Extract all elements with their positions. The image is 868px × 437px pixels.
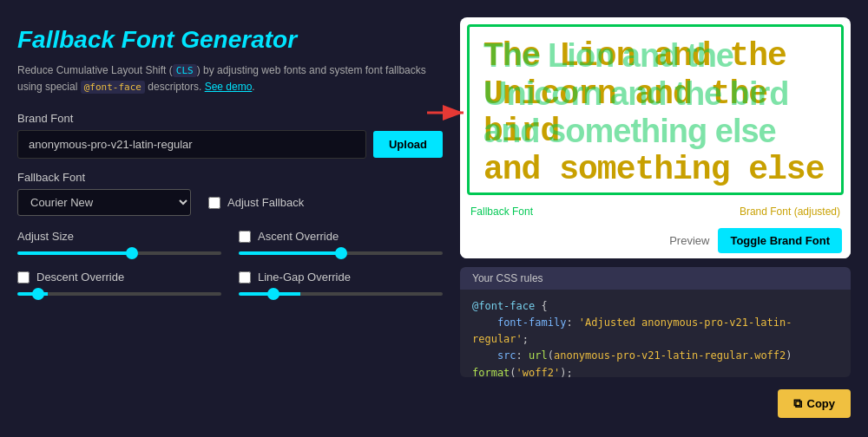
preview-label: Preview: [669, 234, 709, 247]
descent-override-slider[interactable]: [17, 292, 221, 296]
ascent-override-checkbox[interactable]: [239, 231, 251, 243]
adjust-size-section: Adjust Size: [17, 223, 221, 255]
linegap-override-slider[interactable]: [239, 292, 443, 296]
linegap-override-checkbox[interactable]: [239, 271, 251, 284]
preview-text-wrapper: The Lion and the Unicorn and the bird an…: [483, 37, 827, 189]
css-line-1: @font-face {: [472, 298, 838, 315]
css-rules-panel: Your CSS rules @font-face { font-family:…: [460, 267, 851, 377]
preview-main-text: The Lion and the Unicorn and the bird an…: [483, 37, 827, 189]
brand-font-row: Upload: [17, 130, 443, 159]
copy-button[interactable]: ⧉ Copy: [778, 389, 852, 418]
css-line-2: font-family: 'Adjusted anonymous-pro-v21…: [472, 315, 838, 348]
upload-button[interactable]: Upload: [373, 131, 443, 158]
ascent-override-checkbox-label[interactable]: Ascent Override: [239, 230, 443, 243]
ascent-override-slider[interactable]: [239, 251, 443, 255]
descent-override-checkbox[interactable]: [17, 271, 30, 284]
css-rules-header: Your CSS rules: [460, 267, 851, 290]
descent-override-section: Descent Override: [17, 264, 221, 296]
preview-footer: Preview Toggle Brand Font: [460, 223, 851, 258]
linegap-override-section: Line-Gap Override: [239, 264, 443, 296]
copy-icon: ⧉: [793, 396, 802, 411]
toggle-brand-button[interactable]: Toggle Brand Font: [718, 228, 842, 253]
preview-labels: Fallback Font Brand Font (adjusted): [460, 202, 851, 223]
fallback-font-preview-label: Fallback Font: [470, 205, 533, 218]
left-panel: Fallback Font Generator Reduce Cumulativ…: [17, 17, 443, 420]
linegap-override-label: Line-Gap Override: [258, 271, 351, 284]
description-part3: descriptors.: [145, 81, 205, 93]
sliders-grid: Adjust Size Ascent Override Descent Over…: [17, 223, 443, 296]
cls-badge: CLS: [173, 64, 197, 77]
descent-override-checkbox-label[interactable]: Descent Override: [17, 271, 221, 284]
fallback-font-label: Fallback Font: [17, 171, 443, 184]
copy-button-label: Copy: [807, 397, 836, 410]
adjust-fallback-checkbox[interactable]: [208, 197, 220, 209]
linegap-override-checkbox-label[interactable]: Line-Gap Override: [239, 271, 443, 284]
copy-button-row: ⧉ Copy: [460, 386, 851, 420]
preview-line3: and something else: [483, 151, 824, 188]
font-face-badge: @font-face: [81, 81, 145, 94]
app-title: Fallback Font Generator: [17, 26, 443, 54]
adjust-size-label: Adjust Size: [17, 230, 221, 243]
brand-font-label: Brand Font: [17, 112, 443, 125]
adjust-size-slider[interactable]: [17, 251, 221, 255]
adjust-fallback-checkbox-label[interactable]: Adjust Fallback: [208, 196, 304, 209]
description: Reduce Cumulative Layout Shift (CLS) by …: [17, 62, 443, 95]
fallback-select[interactable]: Courier New Arial Georgia Times New Roma…: [17, 189, 191, 216]
adjust-fallback-label: Adjust Fallback: [227, 196, 304, 209]
brand-font-preview-label: Brand Font (adjusted): [740, 205, 840, 218]
brand-font-input[interactable]: [17, 130, 366, 159]
preview-line1: The Lion and the: [483, 37, 786, 75]
css-rules-body: @font-face { font-family: 'Adjusted anon…: [460, 290, 851, 377]
description-end: .: [252, 81, 254, 93]
preview-text-area: The Lion and the Unicorn and the bird an…: [467, 24, 844, 195]
preview-card: The Lion and the Unicorn and the bird an…: [460, 17, 851, 258]
descent-override-label: Descent Override: [36, 271, 124, 284]
css-line-3: src: url(anonymous-pro-v21-latin-regular…: [472, 348, 838, 377]
preview-line2: Unicorn and the bird: [483, 75, 767, 151]
see-demo-link[interactable]: See demo: [205, 81, 253, 93]
right-panel: The Lion and the Unicorn and the bird an…: [460, 17, 851, 420]
fallback-row: Courier New Arial Georgia Times New Roma…: [17, 189, 443, 216]
arrow-indicator: [427, 100, 470, 129]
ascent-override-section: Ascent Override: [239, 223, 443, 255]
ascent-override-label: Ascent Override: [258, 230, 339, 243]
description-part1: Reduce Cumulative Layout Shift (: [17, 64, 173, 76]
